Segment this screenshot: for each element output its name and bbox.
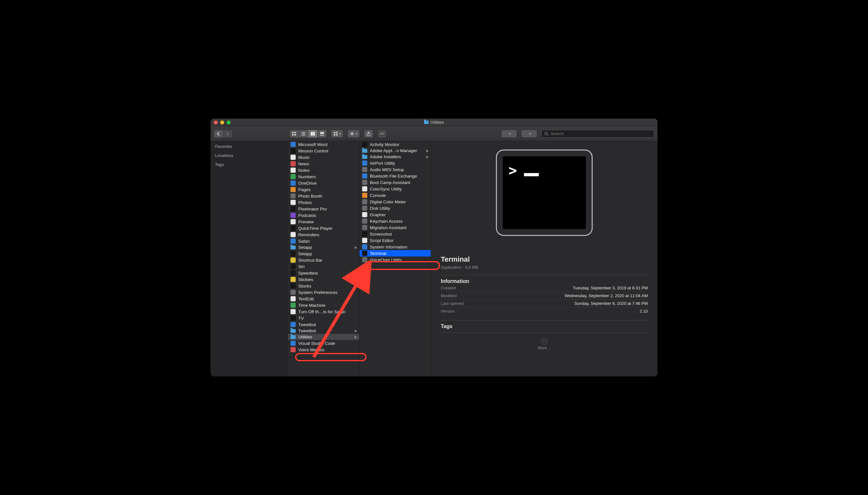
list-item[interactable]: System Information [360,244,431,250]
list-item[interactable]: Stocks [288,283,359,289]
list-item[interactable]: Adobe Appl…n Manager▶ [360,148,431,154]
list-item[interactable]: Turn Off th…ts for Safari [288,308,359,315]
list-item[interactable]: System Preferences [288,289,359,295]
path-dropdown-2[interactable] [521,130,537,138]
view-icons-button[interactable] [289,130,299,138]
list-item-label: ColorSync Utility [370,187,402,191]
titlebar: Utilities [211,119,657,126]
list-item[interactable]: Podcasts [288,212,359,219]
list-item[interactable]: Reminders [288,232,359,238]
list-item[interactable]: Mission Control [288,148,359,154]
list-item-label: Microsoft Word [298,142,328,147]
more-button[interactable]: ⋯ More… [538,339,550,350]
share-button[interactable] [364,130,373,138]
forward-button[interactable] [223,130,232,138]
list-item[interactable]: Setapp▶ [288,244,359,251]
action-button[interactable] [348,130,360,138]
list-item[interactable]: Microsoft Word [288,141,359,148]
list-item[interactable]: Pixelmator Pro [288,206,359,212]
list-item[interactable]: Screenshot [360,231,431,237]
app-icon [290,148,296,153]
list-item[interactable]: Photo Booth [288,193,359,199]
info-key: Modified [441,293,456,298]
list-item[interactable]: Voice Memos [288,346,359,353]
view-columns-button[interactable] [308,130,318,138]
list-item[interactable]: Adobe Installers▶ [360,154,431,160]
share-icon [364,130,373,138]
list-item[interactable]: Grapher [360,211,431,218]
search-icon [544,132,549,136]
list-item[interactable]: Photos [288,199,359,206]
info-row: Last openedSunday, September 6, 2020 at … [441,300,648,307]
app-icon [290,187,296,192]
list-item[interactable]: Console [360,192,431,199]
path-dropdown-1[interactable] [501,130,517,138]
search-input[interactable] [550,131,651,136]
info-row: ModifiedWednesday, September 2, 2020 at … [441,292,648,300]
app-icon [290,193,296,199]
list-item[interactable]: Time Machine [288,302,359,308]
list-item[interactable]: Digital Color Meter [360,199,431,205]
column-applications[interactable]: Microsoft WordMission ControlMusicNewsNo… [288,141,360,376]
list-item[interactable]: TextEdit [288,295,359,302]
list-item[interactable]: Setapp [288,251,359,257]
tags-button[interactable] [378,130,387,138]
list-item[interactable]: Keychain Access [360,218,431,224]
list-item-label: News [298,161,309,166]
list-item[interactable]: Script Editor [360,237,431,244]
list-item[interactable]: Safari [288,238,359,244]
search-field[interactable] [541,130,654,138]
list-item[interactable]: Tweetbot▶ [288,328,359,334]
list-item[interactable]: News [288,160,359,167]
list-item-label: Setapp [298,251,312,256]
list-item[interactable]: Audio MIDI Setup [360,166,431,173]
list-item-label: Photo Booth [298,194,322,199]
sidebar-header-favorites[interactable]: Favorites [215,144,283,149]
sidebar-header-locations[interactable]: Locations [215,153,283,158]
list-item[interactable]: VoiceOver Utility [360,257,431,263]
minimize-button[interactable] [220,121,224,124]
list-item[interactable]: Activity Monitor [360,141,431,148]
list-item[interactable]: Pages [288,186,359,193]
list-item[interactable]: Disk Utility [360,205,431,211]
zoom-button[interactable] [227,121,231,124]
list-item-label: Time Machine [298,303,326,308]
list-item[interactable]: ColorSync Utility [360,186,431,192]
chevron-right-icon: ▶ [355,335,357,339]
close-button[interactable] [214,121,218,124]
list-item[interactable]: Notes [288,167,359,173]
app-icon [290,174,296,179]
list-item[interactable]: Boot Camp Assistant [360,179,431,186]
view-mode-buttons [289,130,327,138]
list-item[interactable]: OneDrive [288,180,359,186]
list-item[interactable]: Visual Studio Code [288,340,359,346]
list-item[interactable]: Preview [288,219,359,225]
back-button[interactable] [214,130,223,138]
column-utilities[interactable]: Activity MonitorAdobe Appl…n Manager▶Ado… [360,141,431,376]
list-item[interactable]: Speedtest [288,270,359,276]
list-item[interactable]: AirPort Utility [360,160,431,166]
toolbar [211,126,657,141]
tag-icon [378,130,387,138]
group-by-button[interactable] [331,130,343,138]
list-item[interactable]: Shortcut Bar [288,257,359,263]
list-item[interactable]: Tweetbot [288,321,359,328]
view-gallery-button[interactable] [318,130,327,138]
list-item-label: Boot Camp Assistant [370,180,410,185]
list-item[interactable]: Siri [288,263,359,270]
svg-rect-12 [321,135,322,136]
app-icon [290,200,296,205]
folder-icon [424,121,429,124]
list-item[interactable]: TV [288,315,359,321]
list-item[interactable]: Terminal [360,250,431,257]
list-item[interactable]: Music [288,154,359,160]
list-item[interactable]: Utilities▶ [288,334,359,340]
list-item[interactable]: Stickies [288,276,359,283]
list-item-label: TextEdit [298,296,314,301]
view-list-button[interactable] [299,130,308,138]
list-item[interactable]: Migration Assistant [360,224,431,231]
sidebar-header-tags[interactable]: Tags [215,163,283,167]
list-item[interactable]: Bluetooth File Exchange [360,173,431,179]
list-item[interactable]: Numbers [288,173,359,180]
list-item[interactable]: QuickTime Player [288,225,359,232]
